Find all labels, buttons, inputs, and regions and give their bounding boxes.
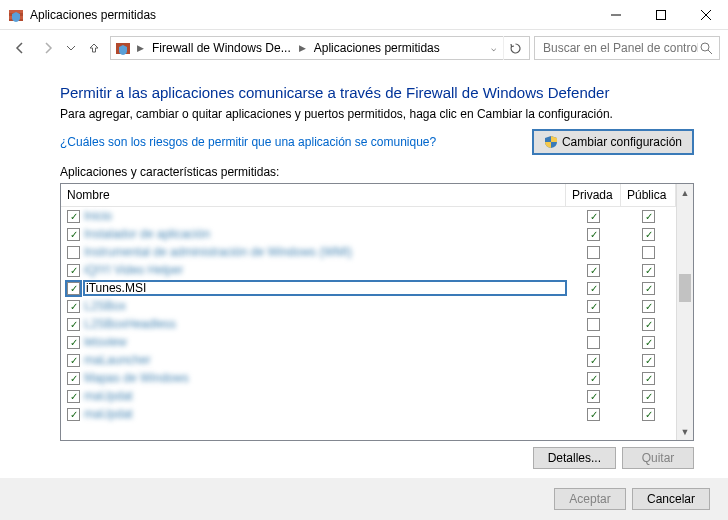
checkbox[interactable]: ✓ [587, 264, 600, 277]
checkbox[interactable] [587, 246, 600, 259]
col-private[interactable]: Privada [566, 184, 621, 206]
checkbox[interactable]: ✓ [642, 264, 655, 277]
col-public[interactable]: Pública [621, 184, 676, 206]
checkbox[interactable]: ✓ [642, 228, 655, 241]
table-row[interactable]: ✓Mapas de Windows✓✓ [61, 369, 676, 387]
apps-table: Nombre Privada Pública ✓Inicio✓✓✓Instala… [60, 183, 694, 441]
remove-button[interactable]: Quitar [622, 447, 694, 469]
checkbox[interactable]: ✓ [67, 408, 80, 421]
refresh-button[interactable] [503, 36, 527, 60]
cancel-button[interactable]: Cancelar [632, 488, 710, 510]
checkbox[interactable]: ✓ [587, 210, 600, 223]
checkbox[interactable]: ✓ [642, 372, 655, 385]
checkbox[interactable]: ✓ [642, 408, 655, 421]
checkbox[interactable] [587, 336, 600, 349]
window-title: Aplicaciones permitidas [30, 8, 593, 22]
address-bar[interactable]: ▶ Firewall de Windows De... ▶ Aplicacion… [110, 36, 530, 60]
change-settings-button[interactable]: Cambiar configuración [532, 129, 694, 155]
app-name: maLauncher [84, 353, 566, 367]
svg-line-9 [708, 50, 712, 54]
firewall-icon [115, 40, 131, 56]
shield-icon [544, 135, 558, 149]
checkbox[interactable]: ✓ [642, 282, 655, 295]
checkbox[interactable]: ✓ [587, 300, 600, 313]
forward-button[interactable] [36, 36, 60, 60]
checkbox[interactable]: ✓ [642, 318, 655, 331]
firewall-icon [8, 7, 24, 23]
search-icon[interactable] [700, 42, 713, 55]
table-row[interactable]: ✓maUpdat✓✓ [61, 387, 676, 405]
table-row[interactable]: ✓iQIYI Video Helper✓✓ [61, 261, 676, 279]
content: Permitir a las aplicaciones comunicarse … [0, 66, 728, 469]
details-button[interactable]: Detalles... [533, 447, 616, 469]
checkbox[interactable]: ✓ [642, 210, 655, 223]
table-row[interactable]: ✓maUpdat✓✓ [61, 405, 676, 423]
search-input[interactable] [541, 40, 700, 56]
checkbox[interactable]: ✓ [587, 228, 600, 241]
app-name: letsview [84, 335, 566, 349]
maximize-button[interactable] [638, 0, 683, 30]
app-name: Mapas de Windows [84, 371, 566, 385]
checkbox[interactable]: ✓ [67, 372, 80, 385]
risk-link[interactable]: ¿Cuáles son los riesgos de permitir que … [60, 135, 436, 149]
table-row[interactable]: ✓L2SBox✓✓ [61, 297, 676, 315]
up-button[interactable] [82, 36, 106, 60]
checkbox[interactable]: ✓ [587, 372, 600, 385]
scrollbar[interactable]: ▲ ▼ [676, 184, 693, 440]
minimize-button[interactable] [593, 0, 638, 30]
checkbox[interactable]: ✓ [67, 210, 80, 223]
change-settings-label: Cambiar configuración [562, 135, 682, 149]
checkbox[interactable] [67, 246, 80, 259]
table-row[interactable]: Instrumental de administración de Window… [61, 243, 676, 261]
checkbox[interactable]: ✓ [67, 282, 80, 295]
checkbox[interactable]: ✓ [67, 300, 80, 313]
checkbox[interactable]: ✓ [67, 228, 80, 241]
app-name: Instalador de aplicación [84, 227, 566, 241]
table-body: ✓Inicio✓✓✓Instalador de aplicación✓✓Inst… [61, 207, 676, 440]
search-box[interactable] [534, 36, 720, 60]
checkbox[interactable]: ✓ [67, 336, 80, 349]
checkbox[interactable]: ✓ [587, 390, 600, 403]
table-row[interactable]: ✓letsview✓ [61, 333, 676, 351]
chevron-right-icon[interactable]: ▶ [135, 43, 146, 53]
table-row[interactable]: ✓Inicio✓✓ [61, 207, 676, 225]
breadcrumb-item[interactable]: Aplicaciones permitidas [310, 41, 444, 55]
history-dropdown[interactable] [64, 36, 78, 60]
scroll-thumb[interactable] [679, 274, 691, 302]
close-button[interactable] [683, 0, 728, 30]
table-label: Aplicaciones y características permitida… [60, 165, 694, 179]
app-name: maUpdat [84, 407, 566, 421]
scroll-down[interactable]: ▼ [677, 423, 693, 440]
table-row[interactable]: ✓L2SBoxHeadless✓ [61, 315, 676, 333]
table-row[interactable]: ✓iTunes.MSI✓✓ [61, 279, 676, 297]
app-name: maUpdat [84, 389, 566, 403]
chevron-right-icon[interactable]: ▶ [297, 43, 308, 53]
footer: Aceptar Cancelar [0, 478, 728, 520]
checkbox[interactable]: ✓ [587, 282, 600, 295]
checkbox[interactable]: ✓ [642, 300, 655, 313]
checkbox[interactable]: ✓ [67, 264, 80, 277]
svg-rect-4 [656, 10, 665, 19]
table-row[interactable]: ✓Instalador de aplicación✓✓ [61, 225, 676, 243]
address-dropdown[interactable]: ⌵ [484, 43, 502, 53]
col-name[interactable]: Nombre [61, 184, 566, 206]
checkbox[interactable]: ✓ [67, 390, 80, 403]
app-name: L2SBox [84, 299, 566, 313]
checkbox[interactable]: ✓ [642, 354, 655, 367]
table-row[interactable]: ✓maLauncher✓✓ [61, 351, 676, 369]
checkbox[interactable]: ✓ [642, 336, 655, 349]
app-name: iTunes.MSI [84, 281, 566, 295]
scroll-up[interactable]: ▲ [677, 184, 693, 201]
checkbox[interactable]: ✓ [642, 390, 655, 403]
checkbox[interactable]: ✓ [587, 354, 600, 367]
checkbox[interactable]: ✓ [587, 408, 600, 421]
checkbox[interactable] [642, 246, 655, 259]
breadcrumb-item[interactable]: Firewall de Windows De... [148, 41, 295, 55]
back-button[interactable] [8, 36, 32, 60]
checkbox[interactable]: ✓ [67, 354, 80, 367]
checkbox[interactable]: ✓ [67, 318, 80, 331]
navbar: ▶ Firewall de Windows De... ▶ Aplicacion… [0, 30, 728, 66]
ok-button[interactable]: Aceptar [554, 488, 626, 510]
page-subtext: Para agregar, cambiar o quitar aplicacio… [60, 107, 694, 121]
checkbox[interactable] [587, 318, 600, 331]
